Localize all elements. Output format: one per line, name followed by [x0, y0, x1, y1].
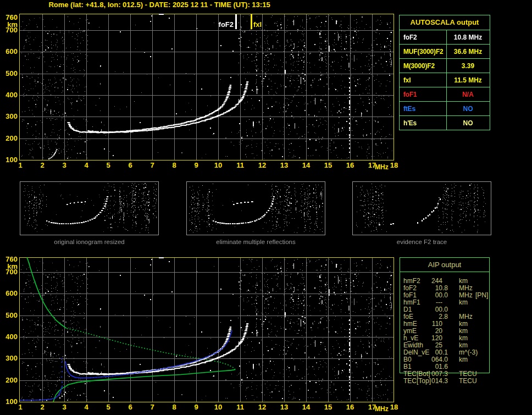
x-tick-label: 3: [56, 162, 73, 169]
x-tick-label: 5: [99, 403, 117, 411]
aip-row-unit: TECU: [459, 370, 477, 378]
y-tick-label: 500: [1, 70, 18, 77]
x-tick-label: 14: [297, 403, 315, 411]
x-tick-label: 4: [77, 403, 95, 411]
aip-row: DelN_vE00.1m^(-3): [400, 349, 490, 356]
autoscala-row: foF1N/A: [400, 87, 490, 101]
thumbnail-eliminate-reflections: [186, 181, 325, 235]
x-tick-label: 2: [34, 162, 51, 169]
aip-row-value: ---: [417, 299, 442, 306]
x-tick-label: 14: [297, 162, 315, 169]
autoscala-row: MUF(3000)F236.6 MHz: [400, 44, 490, 58]
aip-row: B101.6: [400, 363, 490, 370]
aip-row-unit: km: [459, 328, 468, 335]
aip-row-value: 20: [417, 328, 442, 335]
y-axis-unit-label: km: [1, 263, 18, 270]
aip-row-value: 007.3: [417, 370, 448, 378]
autoscala-row: foF210.8 MHz: [400, 30, 490, 44]
autoscala-row-label: foF1: [403, 91, 417, 98]
autoscala-output-table: AUTOSCALA output foF210.8 MHzMUF(3000)F2…: [399, 15, 490, 130]
x-tick-label: 4: [77, 162, 95, 169]
aip-row-unit: km: [459, 299, 468, 306]
aip-ionogram-plot: [19, 257, 394, 402]
autoscala-row-label: M(3000)F2: [403, 62, 435, 70]
x-tick-label: 15: [319, 403, 337, 411]
aip-row-label: B0: [403, 356, 412, 363]
aip-row-label: hmE: [403, 320, 417, 328]
aip-row: foF100.0MHz[PN]: [400, 292, 490, 299]
aip-header-divider: [400, 272, 489, 272]
autoscala-row-label: MUF(3000)F2: [403, 48, 443, 56]
aip-row-label: D1: [403, 306, 412, 313]
aip-row: TEC[Bot]007.3TECU: [400, 370, 490, 378]
aip-row-unit: km: [459, 278, 468, 285]
x-axis-unit-label: MHz: [375, 164, 389, 170]
y-tick-label: 400: [1, 333, 18, 340]
y-tick-label: 200: [1, 135, 18, 142]
autoscala-row: h'EsNO: [400, 115, 490, 130]
aip-row-unit: MHz: [459, 292, 473, 299]
autoscala-row: ftEsNO: [400, 101, 490, 115]
aip-row: h_vE120km: [400, 335, 490, 342]
y-tick-label: 300: [1, 113, 18, 120]
autoscala-row-value: NO: [446, 119, 490, 127]
x-tick-label: 8: [165, 403, 183, 411]
aip-row-value: 00.0: [417, 292, 448, 299]
aip-row: B0064.0km: [400, 356, 490, 363]
x-tick-label: 16: [341, 403, 359, 411]
autoscala-table-header: AUTOSCALA output: [400, 15, 490, 30]
x-axis-unit-label: MHz: [375, 406, 389, 412]
y-tick-label: 500: [1, 312, 18, 319]
autoscala-row-value: 11.5 MHz: [446, 76, 490, 84]
x-tick-label: 16: [341, 162, 359, 169]
aip-row: hmF1---km: [400, 299, 490, 306]
aip-row-value: 25: [417, 342, 442, 349]
foF2-marker-label: foF2: [209, 21, 234, 28]
autoscala-app: { "title": "Rome (lat: +41.8, lon: 012.5…: [0, 0, 532, 415]
x-tick-label: 7: [143, 162, 161, 169]
aip-row: hmF2244km: [400, 278, 490, 285]
aip-row-unit: MHz: [459, 285, 473, 292]
aip-row-unit: TECU: [459, 378, 477, 385]
aip-table-header: AIP output: [400, 259, 489, 270]
x-tick-label: 9: [187, 403, 205, 411]
aip-row-label: foF2: [403, 285, 417, 292]
aip-row-value: 2.8: [417, 313, 448, 320]
thumbnail-caption-eliminate: eliminate multiple reflections: [186, 239, 325, 245]
aip-row-value: 00.1: [417, 349, 448, 356]
y-tick-label: 760: [1, 256, 18, 263]
autoscala-row: fxI11.5 MHz: [400, 73, 490, 87]
x-tick-label: 10: [209, 162, 227, 169]
x-tick-label: 8: [165, 162, 183, 169]
autoscala-row-value: NO: [446, 105, 490, 113]
autoscala-row: M(3000)F23.39: [400, 58, 490, 73]
aip-row-unit: km: [459, 335, 468, 342]
aip-row-unit: km: [459, 320, 468, 328]
aip-row-label: foF1: [403, 292, 417, 299]
autoscala-row-value: 10.8 MHz: [446, 34, 490, 41]
aip-row-unit: MHz: [459, 313, 473, 320]
x-tick-label: 12: [253, 403, 271, 411]
aip-row-value: 244: [417, 278, 442, 285]
x-tick-label: 10: [209, 403, 227, 411]
x-tick-label: 7: [143, 403, 161, 411]
autoscala-row-value: 36.6 MHz: [446, 48, 490, 56]
aip-row-unit: m^(-3): [459, 349, 478, 356]
aip-row-value: 014.3: [417, 378, 448, 385]
aip-row-value: 10.8: [417, 285, 448, 292]
aip-row-value: 064.0: [417, 356, 448, 363]
x-tick-label: 13: [275, 403, 293, 411]
x-tick-label: 15: [319, 162, 337, 169]
y-tick-label: 760: [1, 14, 18, 21]
aip-row-label: foE: [403, 313, 413, 320]
x-tick-label: 2: [34, 403, 51, 411]
autoscala-row-label: fxI: [403, 76, 411, 84]
fxI-marker-label: fxI: [253, 21, 262, 28]
x-tick-label: 11: [231, 162, 249, 169]
y-axis-unit-label: km: [1, 21, 18, 28]
x-tick-label: 9: [187, 162, 205, 169]
autoscala-row-value: 3.39: [446, 62, 490, 70]
aip-row-value: 01.6: [417, 363, 448, 370]
aip-row: D100.0: [400, 306, 490, 313]
aip-row: foE2.8MHz: [400, 313, 490, 320]
